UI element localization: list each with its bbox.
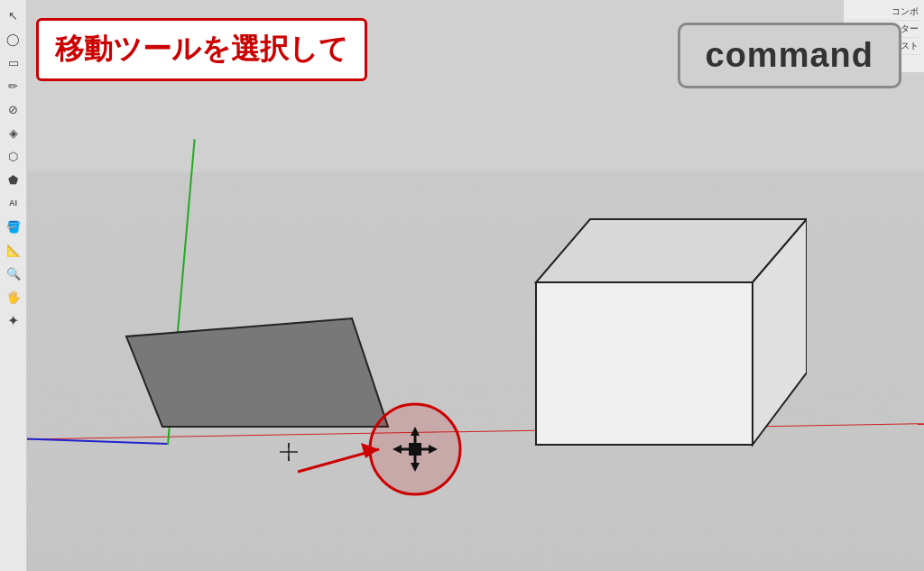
toolbar-circle[interactable]: ◯ (3, 28, 24, 50)
svg-marker-1 (536, 282, 753, 445)
toolbar-hex[interactable]: ⬡ (3, 145, 24, 167)
toolbar-erase[interactable]: ⊘ (3, 98, 24, 120)
toolbar-tape[interactable]: 📐 (3, 239, 24, 261)
right-panel-item-1[interactable]: コンポ (847, 4, 920, 21)
toolbar-push[interactable]: ◈ (3, 122, 24, 143)
toolbar-ai[interactable]: AI (3, 192, 24, 214)
toolbar-shape[interactable]: ⬟ (3, 169, 24, 190)
toolbar-pencil[interactable]: ✏ (3, 75, 24, 97)
toolbar-orbit[interactable]: 🖐 (3, 286, 24, 308)
command-label: command (678, 23, 901, 88)
left-toolbar: ↖ ◯ ▭ ✏ ⊘ ◈ ⬡ ⬟ AI 🪣 📐 🔍 🖐 ✦ (0, 0, 27, 571)
command-text: command (706, 36, 873, 74)
toolbar-paint[interactable]: 🪣 (3, 216, 24, 237)
small-crosshair (280, 443, 298, 465)
toolbar-select[interactable]: ↖ (3, 5, 24, 26)
white-box (500, 192, 807, 463)
toolbar-zoom[interactable]: 🔍 (3, 262, 24, 284)
move-annotation (271, 400, 478, 517)
toolbar-rect[interactable]: ▭ (3, 51, 24, 73)
instruction-text: 移動ツールを選択して (55, 32, 348, 65)
instruction-label: 移動ツールを選択して (36, 18, 367, 81)
toolbar-move-icon[interactable]: ✦ (3, 309, 24, 331)
canvas-area: ↖ ◯ ▭ ✏ ⊘ ◈ ⬡ ⬟ AI 🪣 📐 🔍 🖐 ✦ コンポ スター インス… (0, 0, 924, 571)
